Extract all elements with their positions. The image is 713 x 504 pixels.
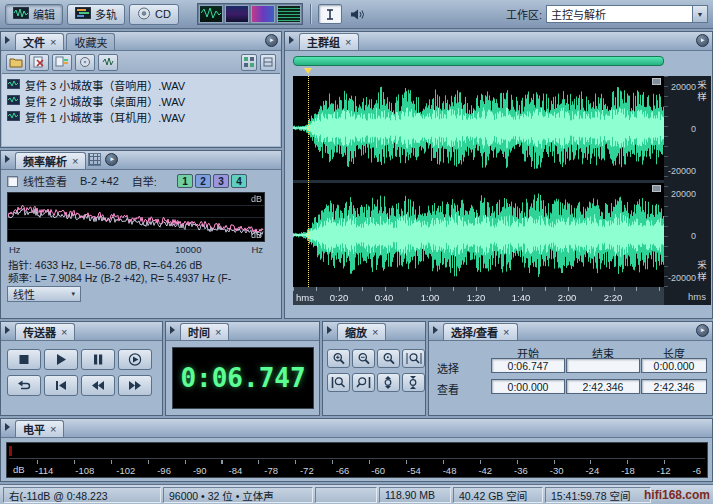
panel-menu-button[interactable] [105, 153, 118, 166]
close-icon[interactable]: × [345, 37, 351, 48]
waveform-display-icon[interactable] [199, 5, 223, 23]
hold-button-2[interactable]: 2 [195, 174, 211, 188]
list-item[interactable]: 复件 2 小城故事（桌面用）.WAV [2, 93, 280, 109]
panel-menu-button[interactable] [265, 34, 278, 47]
rewind-button[interactable] [81, 375, 115, 396]
zoom-right-edge-button[interactable] [352, 373, 375, 392]
loop-play-button[interactable] [7, 375, 41, 396]
advanced-options-icon[interactable] [260, 54, 276, 71]
tab-zoom[interactable]: 缩放 × [337, 323, 386, 340]
panel-flyout-icon[interactable] [5, 36, 10, 44]
scale-tick: -54 [407, 465, 421, 476]
playhead-cursor[interactable] [308, 76, 309, 287]
scale-tick: -24 [585, 465, 599, 476]
tab-frequency-analysis[interactable]: 频率解析 × [15, 152, 86, 169]
panel-flyout-icon[interactable] [170, 326, 175, 334]
playhead-marker-icon[interactable] [304, 68, 312, 74]
time-display[interactable]: 0:06.747 [172, 347, 314, 409]
close-icon[interactable]: × [61, 327, 67, 338]
timeline-ruler[interactable]: hms 0:20 0:40 1:00 1:20 1:40 2:00 2:20 [293, 287, 664, 305]
view-start-field[interactable]: 0:00.000 [491, 379, 565, 394]
panel-menu-button[interactable] [696, 324, 709, 337]
tab-time-label: 时间 [188, 324, 210, 340]
scale-tick: -30 [550, 465, 564, 476]
selection-length-field[interactable]: 0:00.000 [641, 358, 707, 373]
tab-transport[interactable]: 传送器 × [15, 323, 75, 340]
tab-files[interactable]: 文件 × [15, 33, 64, 50]
close-icon[interactable]: × [215, 327, 221, 338]
play-button[interactable] [44, 349, 78, 370]
spectral-pan-icon[interactable] [251, 5, 275, 23]
amplitude-ruler[interactable]: 20000 0 -20000 20000 0 -20000 采样 采样 [664, 76, 711, 287]
multitrack-view-button[interactable]: 多轨 [67, 4, 125, 25]
tab-level[interactable]: 电平 × [15, 420, 64, 437]
panel-flyout-icon[interactable] [289, 36, 294, 44]
time-selection-tool-icon[interactable] [318, 4, 342, 24]
close-icon[interactable]: × [372, 327, 378, 338]
spectral-frequency-icon[interactable] [225, 5, 249, 23]
play-to-end-button[interactable] [118, 349, 152, 370]
waveform-display[interactable] [293, 76, 664, 287]
close-icon[interactable]: × [503, 327, 509, 338]
scale-select[interactable]: 线性 ▾ [7, 286, 81, 302]
go-to-start-button[interactable] [44, 375, 78, 396]
pause-button[interactable] [81, 349, 115, 370]
list-item[interactable]: 复件 1 小城故事（耳机用）.WAV [2, 109, 280, 125]
close-icon[interactable]: × [50, 37, 56, 48]
list-item[interactable]: 复件 3 小城故事（音响用）.WAV [2, 77, 280, 93]
level-tabbar: 电平 × [1, 419, 712, 438]
waveform-left-channel[interactable] [293, 76, 664, 180]
tab-selection-view[interactable]: 选择/查看 × [443, 323, 518, 340]
frequency-graph[interactable] [8, 193, 264, 241]
zoom-in-vertical-button[interactable] [377, 373, 400, 392]
selection-start-field[interactable]: 0:06.747 [491, 358, 565, 373]
level-meter[interactable]: dB -114 -108 -102 -96 -90 -84 -78 -72 -6… [6, 442, 708, 478]
options-grid-icon[interactable] [241, 54, 257, 71]
waveform-right-channel[interactable] [293, 183, 664, 287]
cd-view-button[interactable]: CD [129, 4, 179, 25]
panel-flyout-icon[interactable] [5, 155, 10, 163]
status-bar: 右(-11dB @ 0:48.223 96000 • 32 位 • 立体声 11… [0, 484, 713, 504]
close-icon[interactable]: × [72, 156, 78, 167]
zoom-out-button[interactable] [352, 349, 375, 368]
tab-favorites[interactable]: 收藏夹 [66, 33, 115, 50]
fast-forward-button[interactable] [118, 375, 152, 396]
panel-flyout-icon[interactable] [433, 326, 438, 334]
panel-flyout-icon[interactable] [5, 423, 10, 431]
insert-into-multitrack-button[interactable] [52, 54, 72, 71]
scrub-tool-icon[interactable] [346, 4, 370, 24]
close-icon[interactable]: × [50, 424, 56, 435]
panel-menu-button[interactable] [696, 34, 709, 47]
stop-button[interactable] [7, 349, 41, 370]
panel-flyout-icon[interactable] [5, 326, 10, 334]
left-channel-badge [652, 78, 661, 85]
edit-view-button[interactable]: 编辑 [5, 4, 63, 25]
zoom-out-vertical-button[interactable] [402, 373, 425, 392]
chevron-down-icon[interactable]: ▼ [692, 6, 707, 22]
chevron-down-icon[interactable]: ▾ [71, 290, 75, 298]
insert-into-cd-button[interactable] [75, 54, 95, 71]
hold-button-3[interactable]: 3 [213, 174, 229, 188]
panel-grid-icon[interactable] [88, 153, 101, 166]
close-file-button[interactable] [29, 54, 49, 71]
zoom-to-selection-button[interactable] [402, 349, 425, 368]
zoom-in-button[interactable] [327, 349, 350, 368]
linear-view-checkbox[interactable] [7, 176, 18, 187]
view-length-field[interactable]: 2:42.346 [641, 379, 707, 394]
edit-file-button[interactable] [98, 54, 118, 71]
hold-button-4[interactable]: 4 [231, 174, 247, 188]
selection-end-field[interactable] [566, 358, 640, 373]
tab-main-group[interactable]: 主群组 × [299, 33, 359, 50]
zoom-left-edge-button[interactable] [327, 373, 350, 392]
view-end-field[interactable]: 2:42.346 [566, 379, 640, 394]
spectral-phase-icon[interactable] [277, 5, 301, 23]
import-file-button[interactable] [6, 54, 26, 71]
tab-time[interactable]: 时间 × [180, 323, 229, 340]
zoom-navigation-bar[interactable] [293, 56, 664, 66]
scale-value: -20000 [664, 166, 696, 176]
zoom-out-full-button[interactable] [377, 349, 400, 368]
panel-flyout-icon[interactable] [327, 326, 332, 334]
workspace-value: 主控与解析 [547, 6, 692, 22]
workspace-select[interactable]: 主控与解析 ▼ [546, 5, 708, 23]
hold-button-1[interactable]: 1 [177, 174, 193, 188]
